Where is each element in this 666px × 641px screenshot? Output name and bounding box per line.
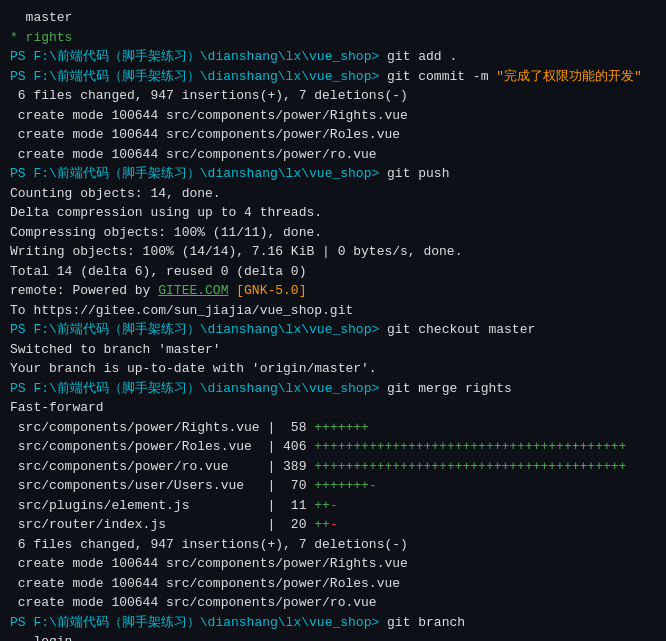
line-13: Writing objects: 100% (14/14), 7.16 KiB … xyxy=(10,242,656,262)
line-17: PS F:\前端代码（脚手架练习）\dianshang\lx\vue_shop>… xyxy=(10,320,656,340)
line-21: Fast-forward xyxy=(10,398,656,418)
line-18: Switched to branch 'master' xyxy=(10,340,656,360)
line-2: * rights xyxy=(10,28,656,48)
line-19: Your branch is up-to-date with 'origin/m… xyxy=(10,359,656,379)
line-25: src/components/user/Users.vue | 70 +++++… xyxy=(10,476,656,496)
line-24: src/components/power/ro.vue | 389 ++++++… xyxy=(10,457,656,477)
line-15: remote: Powered by GITEE.COM [GNK-5.0] xyxy=(10,281,656,301)
line-9: PS F:\前端代码（脚手架练习）\dianshang\lx\vue_shop>… xyxy=(10,164,656,184)
line-31: create mode 100644 src/components/power/… xyxy=(10,593,656,613)
line-23: src/components/power/Roles.vue | 406 +++… xyxy=(10,437,656,457)
line-26: src/plugins/element.js | 11 ++- xyxy=(10,496,656,516)
line-32: PS F:\前端代码（脚手架练习）\dianshang\lx\vue_shop>… xyxy=(10,613,656,633)
line-14: Total 14 (delta 6), reused 0 (delta 0) xyxy=(10,262,656,282)
line-1: master xyxy=(10,8,656,28)
line-29: create mode 100644 src/components/power/… xyxy=(10,554,656,574)
line-20: PS F:\前端代码（脚手架练习）\dianshang\lx\vue_shop>… xyxy=(10,379,656,399)
line-3: PS F:\前端代码（脚手架练习）\dianshang\lx\vue_shop>… xyxy=(10,47,656,67)
line-8: create mode 100644 src/components/power/… xyxy=(10,145,656,165)
line-5: 6 files changed, 947 insertions(+), 7 de… xyxy=(10,86,656,106)
line-7: create mode 100644 src/components/power/… xyxy=(10,125,656,145)
line-12: Compressing objects: 100% (11/11), done. xyxy=(10,223,656,243)
line-6: create mode 100644 src/components/power/… xyxy=(10,106,656,126)
line-33: login xyxy=(10,632,656,641)
terminal-window: master * rights PS F:\前端代码（脚手架练习）\diansh… xyxy=(0,0,666,641)
line-27: src/router/index.js | 20 ++- xyxy=(10,515,656,535)
line-16: To https://gitee.com/sun_jiajia/vue_shop… xyxy=(10,301,656,321)
line-4: PS F:\前端代码（脚手架练习）\dianshang\lx\vue_shop>… xyxy=(10,67,656,87)
line-30: create mode 100644 src/components/power/… xyxy=(10,574,656,594)
line-28: 6 files changed, 947 insertions(+), 7 de… xyxy=(10,535,656,555)
line-22: src/components/power/Rights.vue | 58 +++… xyxy=(10,418,656,438)
line-10: Counting objects: 14, done. xyxy=(10,184,656,204)
line-11: Delta compression using up to 4 threads. xyxy=(10,203,656,223)
